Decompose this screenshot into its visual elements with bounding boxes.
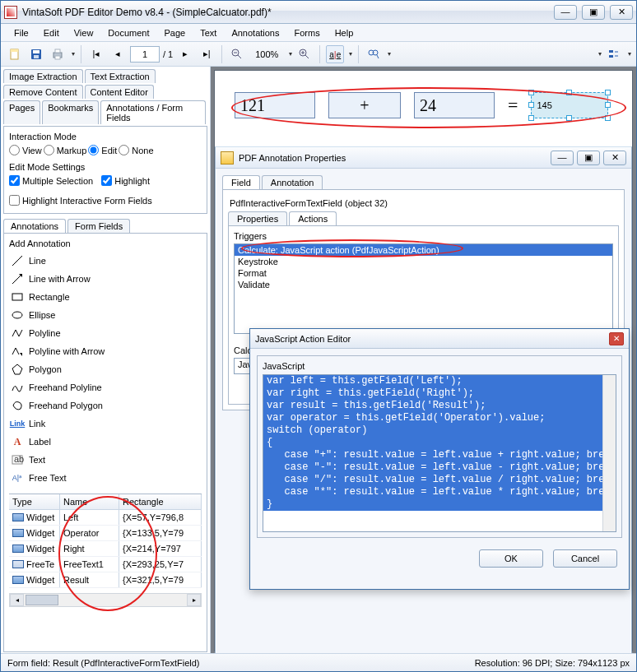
tab-bookmarks[interactable]: Bookmarks: [42, 100, 99, 124]
field-right[interactable]: 24: [414, 92, 495, 118]
menu-file[interactable]: File: [7, 26, 35, 39]
maximize-button[interactable]: ▣: [582, 5, 605, 20]
annotation-line-arrow[interactable]: Line with Arrow: [9, 270, 202, 288]
resize-handle[interactable]: [528, 115, 534, 121]
ok-button[interactable]: OK: [479, 549, 543, 568]
settings-icon[interactable]: [605, 45, 623, 63]
table-row[interactable]: WidgetLeft{X=57,Y=796,8: [9, 510, 202, 526]
tab-pages[interactable]: Pages: [3, 100, 40, 124]
cancel-button[interactable]: Cancel: [553, 549, 617, 568]
annotation-rectangle[interactable]: Rectangle: [9, 288, 202, 306]
annotation-line[interactable]: Line: [9, 252, 202, 270]
col-rectangle[interactable]: Rectangle: [119, 494, 202, 509]
annotation-polyline-arrow[interactable]: Polyline with Arrow: [9, 342, 202, 360]
minimize-button[interactable]: —: [551, 151, 574, 165]
annotation-ellipse[interactable]: Ellipse: [9, 306, 202, 324]
annotation-text[interactable]: abText: [9, 451, 202, 469]
tab-field[interactable]: Field: [222, 175, 260, 189]
tab-actions[interactable]: Actions: [289, 211, 337, 225]
trigger-validate[interactable]: Validate: [235, 279, 612, 290]
menu-forms[interactable]: Forms: [288, 26, 327, 39]
trigger-format[interactable]: Format: [235, 267, 612, 279]
tab-annotation[interactable]: Annotation: [262, 175, 323, 189]
page-number-input[interactable]: [130, 46, 160, 63]
annotation-label[interactable]: ALabel: [9, 433, 202, 451]
text-select-icon[interactable]: a|e: [326, 45, 344, 63]
zoom-out-icon[interactable]: [228, 45, 246, 63]
chevron-down-icon[interactable]: ▾: [289, 50, 292, 58]
save-icon[interactable]: [27, 45, 45, 63]
tab-form-fields-inner[interactable]: Form Fields: [67, 219, 130, 233]
last-page-icon[interactable]: ▸|: [198, 45, 216, 63]
horizontal-scrollbar[interactable]: ◂ ▸: [9, 593, 202, 607]
trigger-calculate[interactable]: Calculate: JavaScript action (PdfJavaScr…: [235, 244, 612, 256]
table-row[interactable]: WidgetResult{X=321,5,Y=79: [9, 572, 202, 588]
chevron-down-icon[interactable]: ▾: [598, 50, 602, 58]
menu-document[interactable]: Document: [101, 26, 156, 39]
resize-handle[interactable]: [605, 102, 611, 108]
annotation-link[interactable]: LinkLink: [9, 415, 202, 433]
resize-handle[interactable]: [605, 115, 611, 121]
next-page-icon[interactable]: ▸: [176, 45, 194, 63]
menu-view[interactable]: View: [67, 26, 100, 39]
close-button[interactable]: ✕: [610, 5, 633, 20]
tab-annotations-inner[interactable]: Annotations: [3, 219, 66, 233]
menu-help[interactable]: Help: [328, 26, 360, 39]
close-button[interactable]: ✕: [603, 151, 626, 165]
prev-page-icon[interactable]: ◂: [109, 45, 127, 63]
table-row[interactable]: WidgetRight{X=214,Y=797: [9, 541, 202, 557]
field-result[interactable]: 145: [531, 92, 608, 118]
find-icon[interactable]: [365, 45, 383, 63]
trigger-keystroke[interactable]: Keystroke: [235, 256, 612, 267]
triggers-list[interactable]: Calculate: JavaScript action (PdfJavaScr…: [234, 243, 613, 334]
zoom-in-icon[interactable]: [295, 45, 314, 63]
menu-annotations[interactable]: Annotations: [225, 26, 286, 39]
resize-handle[interactable]: [528, 90, 534, 95]
tab-properties[interactable]: Properties: [228, 211, 287, 225]
col-type[interactable]: Type: [9, 494, 60, 509]
annotation-free-text[interactable]: A|ᵃFree Text: [9, 469, 202, 487]
minimize-button[interactable]: —: [554, 5, 577, 20]
tab-remove-content[interactable]: Remove Content: [3, 85, 83, 99]
menu-text[interactable]: Text: [193, 26, 223, 39]
resize-handle[interactable]: [528, 102, 534, 108]
code-editor[interactable]: var left = this.getField('Left'); var ri…: [263, 374, 616, 532]
table-row[interactable]: WidgetOperator{X=133,5,Y=79: [9, 526, 202, 541]
chevron-down-icon[interactable]: ▾: [349, 50, 352, 58]
field-left[interactable]: 121: [235, 92, 315, 118]
first-page-icon[interactable]: |◂: [87, 45, 105, 63]
resize-handle[interactable]: [566, 115, 572, 121]
maximize-button[interactable]: ▣: [577, 151, 600, 165]
tab-annotations-form-fields[interactable]: Annotations / Form Fields: [100, 100, 206, 124]
field-operator[interactable]: +: [328, 92, 401, 118]
annotation-freehand-polygon[interactable]: Freehand Polygon: [9, 396, 202, 415]
scroll-right-icon[interactable]: ▸: [187, 594, 201, 606]
checkbox-multiple-selection[interactable]: Multiple Selection: [9, 175, 93, 186]
tab-image-extraction[interactable]: Image Extraction: [3, 69, 83, 83]
annotation-polyline[interactable]: Polyline: [9, 324, 202, 342]
checkbox-highlight[interactable]: Highlight: [101, 175, 150, 186]
close-button[interactable]: ✕: [609, 332, 624, 345]
table-row[interactable]: FreeTeFreeText1{X=293,25,Y=7: [9, 557, 202, 572]
col-name[interactable]: Name: [60, 494, 119, 509]
chevron-down-icon[interactable]: ▾: [388, 50, 391, 58]
menu-page[interactable]: Page: [158, 26, 193, 39]
checkbox-highlight-fields[interactable]: Highlight Interactive Form Fields: [9, 195, 202, 206]
scroll-left-icon[interactable]: ◂: [10, 594, 24, 606]
menu-edit[interactable]: Edit: [37, 26, 66, 39]
scroll-thumb[interactable]: [26, 595, 58, 605]
radio-markup[interactable]: Markup: [44, 145, 87, 155]
vertical-scrollbar[interactable]: [602, 375, 616, 531]
resize-handle[interactable]: [605, 90, 611, 95]
annotation-freehand-polyline[interactable]: Freehand Polyline: [9, 378, 202, 396]
resize-handle[interactable]: [566, 90, 572, 95]
radio-none[interactable]: None: [119, 145, 153, 155]
radio-edit[interactable]: Edit: [88, 145, 117, 155]
tab-content-editor[interactable]: Content Editor: [85, 85, 154, 99]
chevron-down-icon[interactable]: ▾: [628, 50, 631, 58]
annotation-polygon[interactable]: Polygon: [9, 360, 202, 378]
radio-view[interactable]: View: [9, 145, 42, 155]
tab-text-extraction[interactable]: Text Extraction: [85, 69, 156, 83]
chevron-down-icon[interactable]: ▾: [72, 50, 75, 58]
print-icon[interactable]: [49, 45, 67, 63]
